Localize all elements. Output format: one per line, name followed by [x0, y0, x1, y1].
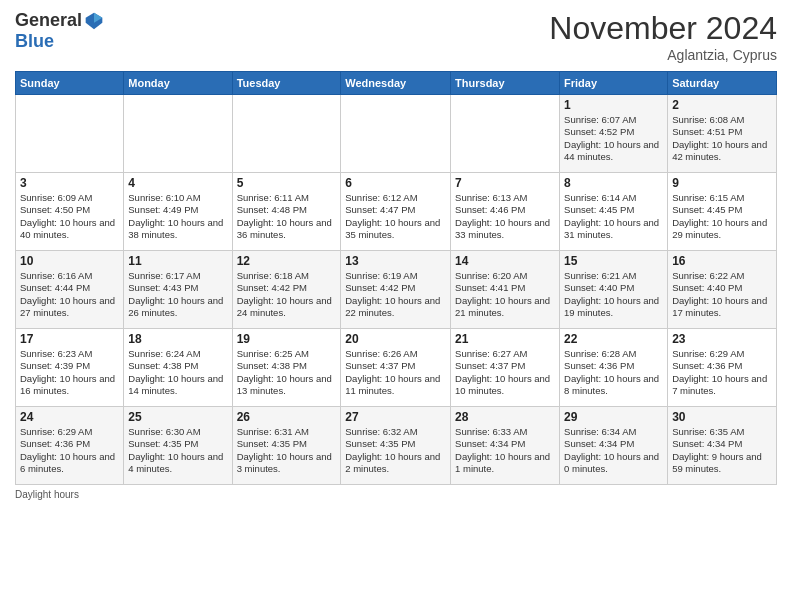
day-number: 20 — [345, 332, 446, 346]
calendar-cell — [451, 95, 560, 173]
calendar-cell: 16Sunrise: 6:22 AM Sunset: 4:40 PM Dayli… — [668, 251, 777, 329]
weekday-header: Thursday — [451, 72, 560, 95]
calendar-cell: 21Sunrise: 6:27 AM Sunset: 4:37 PM Dayli… — [451, 329, 560, 407]
day-number: 18 — [128, 332, 227, 346]
day-number: 30 — [672, 410, 772, 424]
day-number: 8 — [564, 176, 663, 190]
day-number: 24 — [20, 410, 119, 424]
day-info: Sunrise: 6:31 AM Sunset: 4:35 PM Dayligh… — [237, 426, 337, 475]
day-info: Sunrise: 6:13 AM Sunset: 4:46 PM Dayligh… — [455, 192, 555, 241]
calendar-cell: 5Sunrise: 6:11 AM Sunset: 4:48 PM Daylig… — [232, 173, 341, 251]
calendar-cell: 9Sunrise: 6:15 AM Sunset: 4:45 PM Daylig… — [668, 173, 777, 251]
calendar-cell: 28Sunrise: 6:33 AM Sunset: 4:34 PM Dayli… — [451, 407, 560, 485]
day-info: Sunrise: 6:07 AM Sunset: 4:52 PM Dayligh… — [564, 114, 663, 163]
calendar-body: 1Sunrise: 6:07 AM Sunset: 4:52 PM Daylig… — [16, 95, 777, 485]
calendar-cell: 6Sunrise: 6:12 AM Sunset: 4:47 PM Daylig… — [341, 173, 451, 251]
day-info: Sunrise: 6:20 AM Sunset: 4:41 PM Dayligh… — [455, 270, 555, 319]
logo-general: General — [15, 10, 82, 31]
day-info: Sunrise: 6:32 AM Sunset: 4:35 PM Dayligh… — [345, 426, 446, 475]
day-number: 10 — [20, 254, 119, 268]
page-container: General Blue November 2024 Aglantzia, Cy… — [0, 0, 792, 505]
day-info: Sunrise: 6:33 AM Sunset: 4:34 PM Dayligh… — [455, 426, 555, 475]
day-number: 25 — [128, 410, 227, 424]
day-number: 17 — [20, 332, 119, 346]
calendar-cell: 19Sunrise: 6:25 AM Sunset: 4:38 PM Dayli… — [232, 329, 341, 407]
day-info: Sunrise: 6:30 AM Sunset: 4:35 PM Dayligh… — [128, 426, 227, 475]
calendar-cell — [124, 95, 232, 173]
day-number: 28 — [455, 410, 555, 424]
logo-icon — [84, 11, 104, 31]
calendar-cell — [16, 95, 124, 173]
weekday-header: Wednesday — [341, 72, 451, 95]
day-info: Sunrise: 6:18 AM Sunset: 4:42 PM Dayligh… — [237, 270, 337, 319]
day-info: Sunrise: 6:16 AM Sunset: 4:44 PM Dayligh… — [20, 270, 119, 319]
day-number: 21 — [455, 332, 555, 346]
calendar-cell: 2Sunrise: 6:08 AM Sunset: 4:51 PM Daylig… — [668, 95, 777, 173]
day-info: Sunrise: 6:27 AM Sunset: 4:37 PM Dayligh… — [455, 348, 555, 397]
day-number: 27 — [345, 410, 446, 424]
weekday-header: Tuesday — [232, 72, 341, 95]
calendar-week-row: 17Sunrise: 6:23 AM Sunset: 4:39 PM Dayli… — [16, 329, 777, 407]
calendar-cell: 8Sunrise: 6:14 AM Sunset: 4:45 PM Daylig… — [560, 173, 668, 251]
day-info: Sunrise: 6:19 AM Sunset: 4:42 PM Dayligh… — [345, 270, 446, 319]
day-info: Sunrise: 6:28 AM Sunset: 4:36 PM Dayligh… — [564, 348, 663, 397]
day-number: 16 — [672, 254, 772, 268]
calendar-cell: 13Sunrise: 6:19 AM Sunset: 4:42 PM Dayli… — [341, 251, 451, 329]
calendar-cell: 22Sunrise: 6:28 AM Sunset: 4:36 PM Dayli… — [560, 329, 668, 407]
day-number: 1 — [564, 98, 663, 112]
calendar-week-row: 3Sunrise: 6:09 AM Sunset: 4:50 PM Daylig… — [16, 173, 777, 251]
weekday-header: Saturday — [668, 72, 777, 95]
calendar-week-row: 1Sunrise: 6:07 AM Sunset: 4:52 PM Daylig… — [16, 95, 777, 173]
day-info: Sunrise: 6:08 AM Sunset: 4:51 PM Dayligh… — [672, 114, 772, 163]
location-subtitle: Aglantzia, Cyprus — [549, 47, 777, 63]
day-number: 14 — [455, 254, 555, 268]
calendar-cell: 26Sunrise: 6:31 AM Sunset: 4:35 PM Dayli… — [232, 407, 341, 485]
day-number: 9 — [672, 176, 772, 190]
title-area: November 2024 Aglantzia, Cyprus — [549, 10, 777, 63]
day-info: Sunrise: 6:11 AM Sunset: 4:48 PM Dayligh… — [237, 192, 337, 241]
day-number: 6 — [345, 176, 446, 190]
weekday-header: Monday — [124, 72, 232, 95]
day-info: Sunrise: 6:24 AM Sunset: 4:38 PM Dayligh… — [128, 348, 227, 397]
weekday-header: Friday — [560, 72, 668, 95]
day-number: 13 — [345, 254, 446, 268]
calendar-cell: 27Sunrise: 6:32 AM Sunset: 4:35 PM Dayli… — [341, 407, 451, 485]
day-number: 3 — [20, 176, 119, 190]
calendar-header: SundayMondayTuesdayWednesdayThursdayFrid… — [16, 72, 777, 95]
calendar-cell: 18Sunrise: 6:24 AM Sunset: 4:38 PM Dayli… — [124, 329, 232, 407]
day-info: Sunrise: 6:09 AM Sunset: 4:50 PM Dayligh… — [20, 192, 119, 241]
day-info: Sunrise: 6:10 AM Sunset: 4:49 PM Dayligh… — [128, 192, 227, 241]
day-info: Sunrise: 6:34 AM Sunset: 4:34 PM Dayligh… — [564, 426, 663, 475]
day-info: Sunrise: 6:22 AM Sunset: 4:40 PM Dayligh… — [672, 270, 772, 319]
day-info: Sunrise: 6:17 AM Sunset: 4:43 PM Dayligh… — [128, 270, 227, 319]
calendar-cell: 29Sunrise: 6:34 AM Sunset: 4:34 PM Dayli… — [560, 407, 668, 485]
header: General Blue November 2024 Aglantzia, Cy… — [15, 10, 777, 63]
day-info: Sunrise: 6:29 AM Sunset: 4:36 PM Dayligh… — [672, 348, 772, 397]
calendar-cell: 1Sunrise: 6:07 AM Sunset: 4:52 PM Daylig… — [560, 95, 668, 173]
calendar-cell: 14Sunrise: 6:20 AM Sunset: 4:41 PM Dayli… — [451, 251, 560, 329]
footer: Daylight hours — [15, 489, 777, 500]
day-number: 22 — [564, 332, 663, 346]
calendar-week-row: 10Sunrise: 6:16 AM Sunset: 4:44 PM Dayli… — [16, 251, 777, 329]
day-number: 23 — [672, 332, 772, 346]
calendar-cell: 4Sunrise: 6:10 AM Sunset: 4:49 PM Daylig… — [124, 173, 232, 251]
calendar-cell: 20Sunrise: 6:26 AM Sunset: 4:37 PM Dayli… — [341, 329, 451, 407]
calendar-cell: 30Sunrise: 6:35 AM Sunset: 4:34 PM Dayli… — [668, 407, 777, 485]
calendar-cell — [232, 95, 341, 173]
day-info: Sunrise: 6:26 AM Sunset: 4:37 PM Dayligh… — [345, 348, 446, 397]
calendar-table: SundayMondayTuesdayWednesdayThursdayFrid… — [15, 71, 777, 485]
calendar-cell: 3Sunrise: 6:09 AM Sunset: 4:50 PM Daylig… — [16, 173, 124, 251]
day-number: 4 — [128, 176, 227, 190]
calendar-cell: 7Sunrise: 6:13 AM Sunset: 4:46 PM Daylig… — [451, 173, 560, 251]
day-info: Sunrise: 6:12 AM Sunset: 4:47 PM Dayligh… — [345, 192, 446, 241]
logo: General Blue — [15, 10, 104, 52]
logo-blue: Blue — [15, 31, 54, 52]
calendar-cell: 23Sunrise: 6:29 AM Sunset: 4:36 PM Dayli… — [668, 329, 777, 407]
day-info: Sunrise: 6:15 AM Sunset: 4:45 PM Dayligh… — [672, 192, 772, 241]
day-info: Sunrise: 6:21 AM Sunset: 4:40 PM Dayligh… — [564, 270, 663, 319]
calendar-cell: 25Sunrise: 6:30 AM Sunset: 4:35 PM Dayli… — [124, 407, 232, 485]
weekday-header: Sunday — [16, 72, 124, 95]
day-info: Sunrise: 6:29 AM Sunset: 4:36 PM Dayligh… — [20, 426, 119, 475]
calendar-cell: 24Sunrise: 6:29 AM Sunset: 4:36 PM Dayli… — [16, 407, 124, 485]
calendar-cell: 11Sunrise: 6:17 AM Sunset: 4:43 PM Dayli… — [124, 251, 232, 329]
